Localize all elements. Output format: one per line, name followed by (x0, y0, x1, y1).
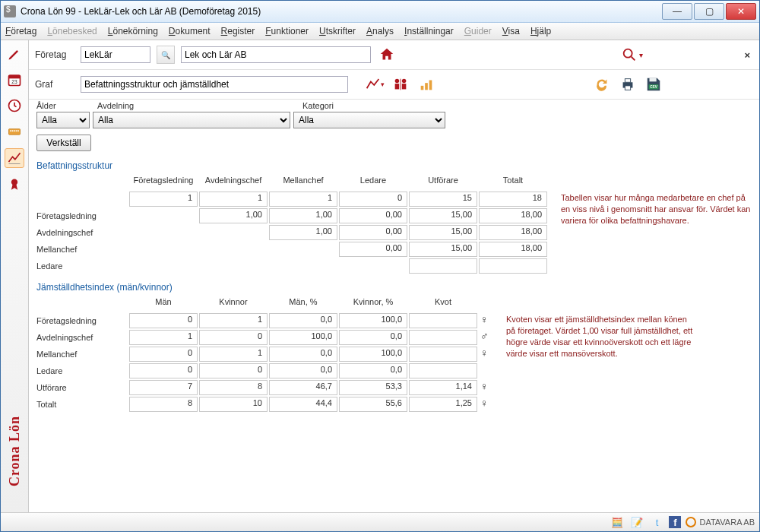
value-cell: 0,00 (339, 225, 407, 240)
svg-text:CSV: CSV (650, 85, 657, 89)
twitter-icon[interactable]: t (649, 515, 664, 530)
trend-icon[interactable]: ▾ (365, 74, 385, 94)
col-header: Utförare (409, 175, 477, 190)
menu-visa[interactable]: Visa (502, 26, 520, 36)
title-bar: Crona Lön 99 - LekLär-Lek och Lär AB (De… (1, 1, 759, 23)
menu-analys[interactable]: Analys (366, 26, 394, 36)
maximize-button[interactable]: ▢ (694, 3, 724, 20)
svg-point-11 (624, 49, 632, 58)
value-cell: 0 (129, 347, 198, 362)
value-cell: 0,0 (269, 363, 337, 378)
count-cell: 1 (129, 192, 198, 207)
gender-icon: ♀ (479, 397, 492, 412)
graph-select[interactable] (81, 76, 348, 93)
value-cell: 1,00 (269, 208, 337, 223)
calculator-icon[interactable]: 🧮 (610, 515, 625, 530)
panel-close[interactable]: × (744, 49, 750, 61)
apply-button[interactable]: Verkställ (36, 135, 91, 151)
value-cell: 8 (199, 380, 268, 395)
svg-rect-5 (10, 130, 11, 131)
value-cell: 44,4 (269, 397, 337, 412)
value-cell: 0 (129, 363, 198, 378)
svg-rect-4 (9, 129, 21, 135)
row-label: Mellanchef (36, 245, 129, 254)
count-cell: 18 (479, 192, 547, 207)
menu-guider: Guider (464, 26, 492, 36)
svg-rect-23 (625, 86, 630, 90)
facebook-icon[interactable]: f (669, 516, 681, 528)
col-header: Kvot (409, 296, 477, 312)
filter-dept-select[interactable]: Alla (93, 112, 290, 128)
ribbon-icon[interactable] (5, 176, 24, 194)
row-label: Avdelningschef (36, 228, 129, 237)
lookup-button[interactable]: 🔍 (157, 46, 175, 64)
section-equality-title: Jämställdhetsindex (män/kvinnor) (36, 282, 759, 293)
company-code-input[interactable] (81, 46, 150, 63)
print-icon[interactable] (618, 74, 638, 94)
value-cell: 0,0 (269, 313, 337, 328)
svg-rect-22 (625, 79, 630, 83)
menu-hjälp[interactable]: Hjälp (530, 26, 551, 36)
chart-icon[interactable] (5, 148, 24, 168)
col-header: Mellanchef (269, 175, 337, 190)
menu-utskrifter[interactable]: Utskrifter (319, 26, 356, 36)
col-header: Kvinnor (199, 296, 268, 312)
col-header: Ledare (339, 175, 407, 190)
value-cell: 15,00 (409, 225, 477, 240)
people-compare-icon[interactable] (391, 74, 410, 94)
row-label: Totalt (36, 400, 129, 409)
value-cell: 0,0 (339, 330, 407, 345)
value-cell (479, 258, 547, 274)
svg-rect-9 (17, 130, 19, 131)
filter-age-select[interactable]: Alla (36, 112, 90, 128)
filter-age-label: Ålder (36, 101, 90, 110)
menu-lönekörning[interactable]: Lönekörning (108, 26, 158, 36)
minimize-button[interactable]: — (662, 3, 692, 20)
pen-icon[interactable] (5, 45, 24, 63)
row-label: Företagsledning (36, 211, 129, 220)
menu-dokument[interactable]: Dokument (169, 26, 211, 36)
svg-point-15 (402, 79, 407, 84)
magnify-dropdown[interactable]: ▾ (615, 45, 648, 65)
vendor-brand[interactable]: DATAVARA AB (686, 517, 755, 527)
svg-rect-24 (650, 78, 657, 82)
clock-icon[interactable] (5, 97, 24, 115)
value-cell (409, 258, 477, 274)
col-header: Företagsledning (129, 175, 198, 190)
value-cell: 100,0 (339, 313, 407, 328)
value-cell: 18,00 (479, 242, 547, 257)
toolbar-company: Företag 🔍 ▾ × (29, 40, 759, 70)
col-header: Totalt (479, 175, 547, 190)
value-cell: 0 (199, 330, 268, 345)
value-cell: 1,25 (409, 397, 477, 412)
stack-icon[interactable] (416, 74, 436, 94)
save-csv-icon[interactable]: CSV (644, 74, 663, 94)
svg-rect-18 (421, 86, 424, 90)
menu-funktioner[interactable]: Funktioner (265, 26, 309, 36)
svg-rect-20 (429, 81, 432, 90)
close-button[interactable]: ✕ (726, 3, 756, 20)
value-cell: 1,14 (409, 380, 477, 395)
calendar-icon[interactable]: 23 (5, 71, 24, 89)
note-icon[interactable]: 📝 (629, 515, 644, 530)
menu-företag[interactable]: Företag (5, 26, 36, 36)
menu-inställningar[interactable]: Inställningar (404, 26, 454, 36)
home-icon[interactable] (377, 45, 397, 65)
row-label: Ledare (36, 261, 129, 271)
company-name-input[interactable] (181, 46, 371, 63)
keyboard-icon[interactable] (5, 122, 24, 141)
row-label: Avdelningschef (36, 333, 129, 342)
svg-rect-8 (16, 130, 17, 131)
col-header: Kvinnor, % (339, 296, 407, 312)
value-cell: 1,00 (269, 225, 337, 240)
filter-cat-select[interactable]: Alla (293, 112, 445, 128)
menu-register[interactable]: Register (221, 26, 255, 36)
refresh-icon[interactable] (592, 74, 612, 94)
gender-icon: ♀ (479, 313, 492, 328)
svg-point-13 (395, 79, 400, 84)
col-header: Män (129, 296, 198, 312)
value-cell: 15,00 (409, 242, 477, 257)
filter-cat-label: Kategori (302, 101, 454, 110)
value-cell: 55,6 (339, 397, 407, 412)
equality-info: Kvoten visar ett jämställdhetsindex mell… (506, 314, 696, 359)
